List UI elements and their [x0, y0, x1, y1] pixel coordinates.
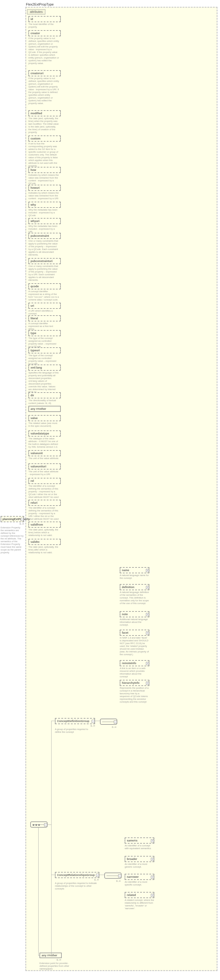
attribute-desc: One or many constraints that apply to pu…	[28, 264, 59, 282]
element-related: related+A related concept, where the rel…	[125, 892, 154, 910]
sequence-compositor[interactable]: −	[30, 821, 48, 827]
attribute-box[interactable]: valuedatatype	[28, 430, 61, 437]
attribute-box[interactable]: value	[28, 415, 61, 421]
plus-icon[interactable]: +	[146, 632, 149, 635]
connector	[51, 875, 55, 875]
attribute-custom: customIf set to true the corresponding p…	[28, 135, 61, 168]
attribute-box[interactable]: valueunit	[28, 450, 61, 456]
element-desc: An identifier of a more specific concept…	[125, 880, 154, 887]
plus-icon[interactable]: +	[146, 586, 149, 589]
attribute-box[interactable]: creatoruri	[28, 70, 61, 76]
attribute-box[interactable]: pubconstraint	[28, 233, 61, 239]
attribute-box[interactable]: howuri	[28, 185, 61, 191]
attribute-desc: If the property value is not defined, sp…	[28, 36, 59, 65]
attribute-any---other: any ##other	[28, 406, 61, 412]
concept-definition-group[interactable]: ConceptDefinitionGroup −	[55, 718, 95, 724]
cardinality: 0..∞	[40, 958, 61, 961]
attribute-desc: Indicates by which means the value was e…	[28, 191, 59, 200]
attribute-desc: The date (and, optionally, the time) whe…	[28, 116, 59, 134]
minus-icon[interactable]: −	[118, 874, 121, 878]
attribute-validto: validtoThe date (and, optionally, the ti…	[28, 539, 61, 555]
minus-icon[interactable]: −	[114, 721, 117, 724]
element-name: broader	[127, 858, 137, 861]
attribute-box[interactable]: rel	[28, 478, 61, 484]
element-desc: An identifier of a concept with equivale…	[125, 843, 154, 850]
plus-icon[interactable]: +	[146, 682, 149, 685]
element-box[interactable]: remoteInfo+	[120, 660, 149, 666]
root-element: planningExtProperty − 0..∞ Extension Pro…	[1, 516, 24, 554]
element-box[interactable]: definition+	[120, 584, 149, 590]
plus-icon[interactable]: +	[151, 876, 154, 879]
attribute-box[interactable]: how	[28, 167, 61, 173]
attribute-box[interactable]: modified	[28, 110, 61, 116]
element-box[interactable]: sameAs+	[125, 837, 154, 843]
connector	[38, 955, 40, 956]
minus-icon[interactable]: −	[21, 518, 24, 521]
sequence-compositor[interactable]: −	[104, 873, 122, 879]
attribute-how: howIndicates by which means the value wa…	[28, 167, 61, 185]
attribute-box[interactable]: qcode	[28, 283, 61, 290]
attribute-desc: A URI which identifies a concept.	[28, 309, 59, 316]
element-desc: A natural language definition of the sem…	[120, 590, 149, 605]
attribute-desc: The date (and, optionally, the time) bef…	[28, 528, 59, 537]
attribute-validfrom: validfromThe date (and, optionally, the …	[28, 522, 61, 537]
attribute-desc: The type of the concept assigned as cont…	[28, 353, 59, 366]
attribute-creatoruri: creatoruriIf the property value is not d…	[28, 70, 61, 105]
attribute-box[interactable]: uri	[28, 303, 61, 309]
attribute-box[interactable]: validto	[28, 539, 61, 545]
root-element-box[interactable]: planningExtProperty −	[1, 516, 24, 522]
element-box[interactable]: hierarchyInfo+	[120, 680, 149, 686]
any-desc: Extension point for provider-defined pro…	[40, 962, 72, 970]
connector	[48, 824, 51, 825]
plus-icon[interactable]: +	[146, 662, 149, 665]
attribute-box[interactable]: pubconstrainturi	[28, 258, 61, 264]
attribute-type: typeThe type of the concept assigned as …	[28, 330, 61, 348]
concept-relationships-group[interactable]: ConceptRelationshipsGroup −	[55, 872, 100, 878]
attribute-box[interactable]: creator	[28, 30, 61, 36]
group-desc: A group of properites required to define…	[55, 728, 95, 733]
element-box[interactable]: related+	[125, 892, 154, 898]
plus-icon[interactable]: +	[146, 613, 149, 616]
attribute-whyuri: whyuriWhy the metadata has been included…	[28, 218, 61, 234]
element-box[interactable]: broader+	[125, 856, 154, 862]
cardinality: 0..∞	[104, 880, 120, 882]
element-desc: A natural language name for the concept.	[120, 573, 149, 580]
attribute-box[interactable]: custom	[28, 135, 61, 142]
element-name: remoteInfo	[122, 662, 136, 665]
minus-icon[interactable]: −	[44, 823, 47, 826]
attribute-box[interactable]: why	[28, 202, 61, 208]
element-box[interactable]: note+	[120, 611, 149, 617]
attribute-box[interactable]: dir	[28, 392, 61, 398]
any-attribute[interactable]: any ##other	[28, 406, 61, 412]
minus-icon[interactable]: −	[96, 874, 99, 877]
element-desc: Additional natural language information …	[120, 617, 149, 627]
attribute-box[interactable]: typeuri	[28, 347, 61, 353]
attribute-box[interactable]: type	[28, 330, 61, 336]
plus-icon[interactable]: +	[146, 569, 149, 572]
element-box[interactable]: narrower+	[125, 874, 154, 880]
attribute-box[interactable]: reluri	[28, 500, 61, 506]
attribute-box[interactable]: xml:lang	[28, 364, 61, 371]
sequence-compositor[interactable]: −	[100, 719, 117, 725]
element-definition: definition+A natural language definition…	[120, 584, 149, 605]
plus-icon[interactable]: +	[151, 839, 154, 842]
element-box[interactable]: name+	[120, 567, 149, 573]
element-desc: An identifier of a more generic concept.	[125, 862, 154, 869]
element-box[interactable]: facet+	[120, 630, 149, 636]
plus-icon[interactable]: +	[151, 858, 154, 861]
attribute-box[interactable]: valueunituri	[28, 463, 61, 469]
any-other-element[interactable]: any ##other	[40, 953, 62, 958]
attribute-typeuri: typeuriThe type of the concept assigned …	[28, 347, 61, 366]
element-name: sameAs	[127, 839, 138, 842]
attribute-box[interactable]: whyuri	[28, 218, 61, 224]
plus-icon[interactable]: +	[151, 894, 154, 897]
minus-icon[interactable]: −	[92, 720, 95, 723]
attribute-box[interactable]: validfrom	[28, 522, 61, 528]
element-facet: facet+In NAR 1.8 and later 'facet' is de…	[120, 630, 149, 656]
attribute-rel: relThe identifier of a concept defining …	[28, 478, 61, 499]
attribute-box[interactable]: id	[28, 16, 61, 22]
root-element-desc: Extension Property: the semantics are de…	[1, 526, 24, 554]
attribute-box[interactable]: literal	[28, 315, 61, 321]
attribute-howuri: howuriIndicates by which means the value…	[28, 185, 61, 200]
element-name: facet	[122, 631, 128, 634]
